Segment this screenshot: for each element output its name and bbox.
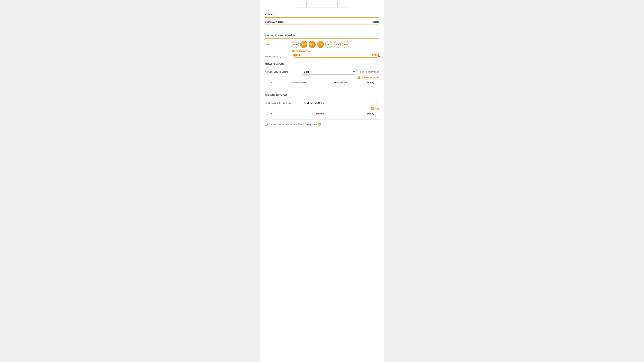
site-col-website: Website xyxy=(278,112,362,115)
rule-list-title: Rule List xyxy=(265,13,379,16)
schedule-title: Internet Access Schedule xyxy=(265,34,379,37)
dash-cell-3: - xyxy=(317,2,327,7)
dash-cell-1: - xyxy=(296,2,306,7)
rule-list-body xyxy=(265,26,379,31)
page-wrapper: - - - - - Rule List User MAC Address Del… xyxy=(0,0,644,362)
time-label: Time (Start-End) xyxy=(265,55,292,58)
add-service-row[interactable]: + Add New Service xyxy=(265,76,379,79)
rule-list-header: User MAC Address Delete xyxy=(265,19,379,24)
time-slider-section: Time (Start-End) 00:00 21:45 xyxy=(265,54,379,59)
day-thu[interactable]: Thu xyxy=(317,41,324,48)
dash-cell-4: - xyxy=(327,2,338,7)
add-time-label: Add New Time xyxy=(296,50,310,52)
ns-table-body xyxy=(265,85,379,90)
day-tue[interactable]: Tue xyxy=(300,41,307,48)
info-icon: i xyxy=(318,123,321,126)
ns-setting-row: Network Service Setting Block Allow Sele… xyxy=(265,69,379,75)
ns-col-modify: Modify xyxy=(362,81,379,84)
add-time-row[interactable]: + Add New Time xyxy=(292,50,379,52)
site-section: Site/URL Keyword Block or Allow the Web … xyxy=(265,93,379,127)
site-block-label: Block or Allow the Web Site xyxy=(265,102,298,104)
ns-selected-label: Selected Service(s) xyxy=(360,70,379,73)
col-delete: Delete xyxy=(372,21,379,23)
add-service-icon: + xyxy=(358,76,360,79)
end-time-badge: 21:45 xyxy=(372,54,379,56)
dash-row-inner: - - - - - xyxy=(296,2,348,8)
time-row: Time (Start-End) 00:00 21:45 xyxy=(265,54,379,59)
day-label: Day xyxy=(265,43,292,46)
day-row: Day Mon Tue Wed Thu Fri Sat Sun xyxy=(265,41,379,48)
end-thumb[interactable] xyxy=(378,56,380,58)
add-service-label: Add New Service xyxy=(362,76,379,79)
site-block-row: Block or Allow the Web Site Block the we… xyxy=(265,100,379,106)
day-circles: Mon Tue Wed Thu Fri Sat Sun xyxy=(292,41,349,48)
site-title: Site/URL Keyword xyxy=(265,93,379,96)
dash-cell-2: - xyxy=(306,2,317,7)
redirect-checkbox[interactable] xyxy=(265,123,268,125)
day-sat[interactable]: Sat xyxy=(334,41,341,48)
site-table-body xyxy=(265,116,379,120)
slider-container: 00:00 21:45 xyxy=(294,54,379,59)
ns-setting-label: Network Service Setting xyxy=(265,70,298,73)
add-site-icon: + xyxy=(371,107,374,110)
schedule-section: Internet Access Schedule Day Mon Tue Wed… xyxy=(265,34,379,59)
dash-row: - - - - - xyxy=(265,0,379,10)
site-block-select[interactable]: Block the web URLs Allow the web URLs xyxy=(302,100,379,106)
rule-list-section: Rule List User MAC Address Delete xyxy=(265,13,379,31)
network-service-section: Network Service Network Service Setting … xyxy=(265,62,379,90)
start-time-badge: 00:00 xyxy=(294,54,300,56)
add-time-icon: + xyxy=(292,50,294,52)
ns-col-name: Service Name xyxy=(278,81,320,84)
site-col-modify: Modify xyxy=(362,112,379,115)
add-site-label: Add xyxy=(375,108,379,110)
redirect-row: Redirect blocked site to Zyxel Family Sa… xyxy=(265,121,379,127)
dash-cell-5: - xyxy=(338,2,348,7)
ns-col-proto: Protocol:Port xyxy=(320,81,362,84)
ns-setting-select[interactable]: Block Allow xyxy=(302,69,357,75)
add-site-row[interactable]: + Add xyxy=(265,107,379,110)
ns-table-header: # Service Name Protocol:Port Modify xyxy=(265,80,379,85)
day-wed[interactable]: Wed xyxy=(308,41,316,48)
main-content: - - - - - Rule List User MAC Address Del… xyxy=(260,0,384,362)
slider-track xyxy=(294,57,379,58)
site-col-hash: # xyxy=(265,112,278,115)
day-fri[interactable]: Fri xyxy=(325,41,332,48)
ns-col-hash: # xyxy=(265,81,278,84)
day-sun[interactable]: Sun xyxy=(342,41,349,48)
col-mac: User MAC Address xyxy=(265,21,284,23)
network-service-title: Network Service xyxy=(265,62,379,65)
day-mon[interactable]: Mon xyxy=(292,41,299,48)
start-thumb[interactable] xyxy=(294,56,296,58)
site-divider xyxy=(265,98,379,98)
redirect-text: Redirect blocked site to Zyxel Family Sa… xyxy=(269,123,317,125)
site-table-header: # Website Modify xyxy=(265,111,379,116)
